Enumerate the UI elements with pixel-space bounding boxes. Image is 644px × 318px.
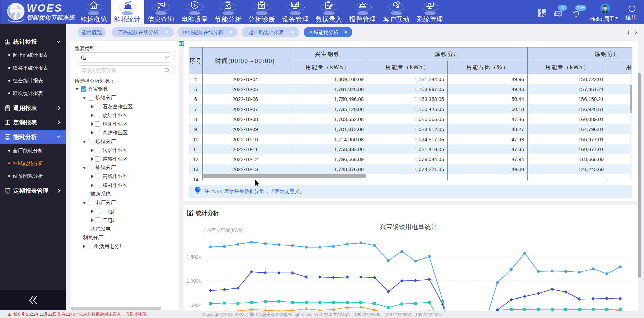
svg-text:500k: 500k bbox=[191, 303, 201, 308]
svg-text:1,000k: 1,000k bbox=[187, 278, 201, 284]
svg-text:兴宝钢铁用电量统计: 兴宝钢铁用电量统计 bbox=[380, 223, 437, 230]
svg-text:1,500k: 1,500k bbox=[187, 254, 201, 260]
svg-text:正向有功电能(kWh): 正向有功电能(kWh) bbox=[202, 227, 243, 233]
